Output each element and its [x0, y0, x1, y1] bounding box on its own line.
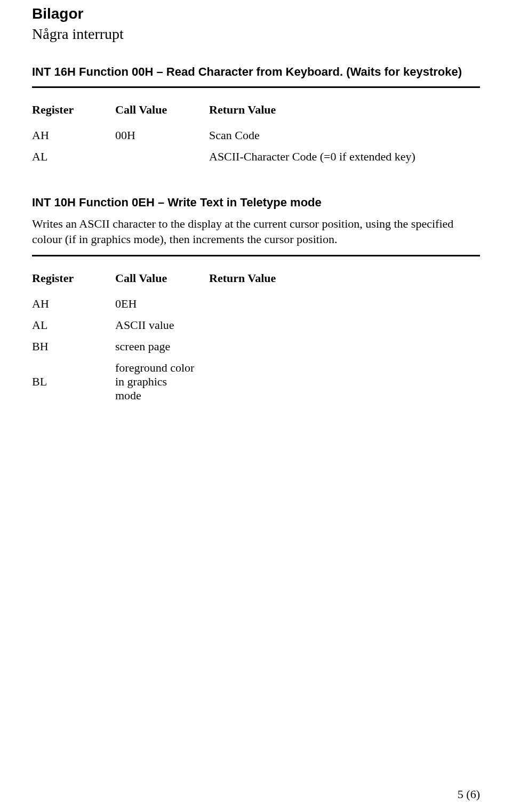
header-register: Register [32, 103, 115, 128]
divider [32, 86, 480, 88]
cell-return [209, 297, 290, 318]
cell-return [209, 340, 290, 361]
header-register: Register [32, 271, 115, 297]
cell-register: BL [32, 361, 115, 410]
cell-return [209, 318, 290, 340]
section-heading-int10h: INT 10H Function 0EH – Write Text in Tel… [32, 195, 480, 211]
header-return-value: Return Value [209, 103, 429, 128]
cell-register: AH [32, 128, 115, 150]
page-number: 5 (6) [458, 787, 480, 801]
section-heading-int16h: INT 16H Function 00H – Read Character fr… [32, 64, 480, 80]
table-row: BL foreground color in graphics mode [32, 361, 290, 410]
register-table-int10h: Register Call Value Return Value AH 0EH … [32, 271, 290, 410]
table-row: AL ASCII-Character Code (=0 if extended … [32, 150, 429, 171]
cell-call [115, 150, 209, 171]
section-description: Writes an ASCII character to the display… [32, 216, 480, 247]
header-return-value: Return Value [209, 271, 290, 297]
cell-return [209, 361, 290, 410]
header-call-value: Call Value [115, 271, 209, 297]
register-table-int16h: Register Call Value Return Value AH 00H … [32, 103, 429, 171]
header-call-value: Call Value [115, 103, 209, 128]
cell-register: BH [32, 340, 115, 361]
cell-register: AL [32, 318, 115, 340]
cell-call: foreground color in graphics mode [115, 361, 209, 410]
table-header-row: Register Call Value Return Value [32, 103, 429, 128]
table-row: AL ASCII value [32, 318, 290, 340]
table-row: BH screen page [32, 340, 290, 361]
cell-call: 0EH [115, 297, 209, 318]
cell-call: ASCII value [115, 318, 209, 340]
page-subtitle: Några interrupt [32, 26, 480, 43]
cell-call: screen page [115, 340, 209, 361]
cell-register: AL [32, 150, 115, 171]
cell-return: Scan Code [209, 128, 429, 150]
divider [32, 255, 480, 256]
table-row: AH 00H Scan Code [32, 128, 429, 150]
cell-call: 00H [115, 128, 209, 150]
page-title: Bilagor [32, 5, 480, 22]
table-header-row: Register Call Value Return Value [32, 271, 290, 297]
table-row: AH 0EH [32, 297, 290, 318]
cell-return: ASCII-Character Code (=0 if extended key… [209, 150, 429, 171]
cell-register: AH [32, 297, 115, 318]
